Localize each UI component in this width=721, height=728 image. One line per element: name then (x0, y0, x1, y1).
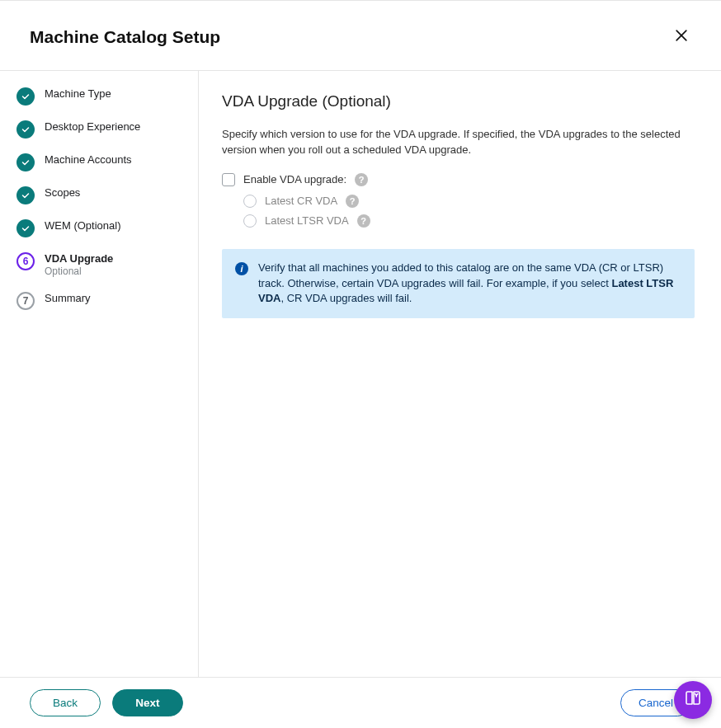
checkmark-icon (16, 87, 35, 106)
step-label: VDA Upgrade (45, 252, 113, 265)
step-label: Scopes (45, 186, 80, 200)
help-fab-button[interactable] (674, 681, 712, 719)
close-icon (673, 27, 690, 47)
enable-vda-upgrade-label: Enable VDA upgrade: (243, 173, 346, 186)
info-text: Verify that all machines you added to th… (258, 261, 681, 308)
latest-ltsr-vda-radio[interactable] (243, 214, 257, 228)
wizard-dialog: Machine Catalog Setup Machine Type (0, 0, 721, 728)
help-icon[interactable]: ? (346, 195, 359, 208)
latest-ltsr-vda-label: Latest LTSR VDA (265, 214, 349, 227)
content-description: Specify which version to use for the VDA… (222, 127, 695, 158)
step-sublabel: Optional (45, 265, 113, 277)
wizard-footer: Back Next Cancel (0, 677, 721, 728)
checkmark-icon (16, 186, 35, 204)
latest-cr-vda-radio[interactable] (243, 195, 257, 208)
checkmark-icon (16, 120, 35, 139)
wizard-body: Machine Type Desktop Experience Machine … (0, 70, 721, 677)
help-icon[interactable]: ? (357, 214, 370, 228)
step-label: Desktop Experience (45, 120, 140, 134)
step-summary[interactable]: 7 Summary (16, 292, 181, 310)
step-wem-optional[interactable]: WEM (Optional) (16, 219, 181, 237)
step-vda-upgrade[interactable]: 6 VDA Upgrade Optional (16, 252, 181, 277)
enable-vda-upgrade-row: Enable VDA upgrade: ? (222, 173, 695, 186)
wizard-steps-sidebar: Machine Type Desktop Experience Machine … (0, 71, 199, 677)
checkmark-icon (16, 219, 35, 237)
info-text-post: , CR VDA upgrades will fail. (280, 292, 412, 304)
wizard-content: VDA Upgrade (Optional) Specify which ver… (199, 71, 721, 677)
back-button[interactable]: Back (30, 689, 101, 716)
enable-vda-upgrade-checkbox[interactable] (222, 173, 235, 186)
info-icon: i (235, 262, 248, 275)
footer-left: Back Next (30, 689, 183, 716)
step-label: Summary (45, 292, 91, 305)
step-desktop-experience[interactable]: Desktop Experience (16, 120, 181, 139)
step-number-icon: 6 (16, 252, 35, 270)
content-title: VDA Upgrade (Optional) (222, 92, 695, 110)
info-alert: i Verify that all machines you added to … (222, 249, 695, 319)
latest-cr-vda-label: Latest CR VDA (265, 195, 337, 207)
step-label: WEM (Optional) (45, 219, 120, 232)
step-label: Machine Accounts (45, 153, 132, 167)
guide-icon (683, 688, 703, 712)
wizard-header: Machine Catalog Setup (0, 1, 721, 70)
help-icon[interactable]: ? (355, 173, 368, 186)
step-scopes[interactable]: Scopes (16, 186, 181, 204)
step-machine-type[interactable]: Machine Type (16, 87, 181, 106)
latest-cr-vda-row: Latest CR VDA ? (243, 195, 695, 208)
checkmark-icon (16, 153, 35, 171)
wizard-title: Machine Catalog Setup (30, 27, 220, 47)
next-button[interactable]: Next (112, 689, 183, 716)
info-text-pre: Verify that all machines you added to th… (258, 261, 663, 289)
step-label: Machine Type (45, 87, 111, 101)
step-number-icon: 7 (16, 292, 35, 310)
step-machine-accounts[interactable]: Machine Accounts (16, 153, 181, 171)
latest-ltsr-vda-row: Latest LTSR VDA ? (243, 214, 695, 228)
close-button[interactable] (672, 27, 691, 47)
